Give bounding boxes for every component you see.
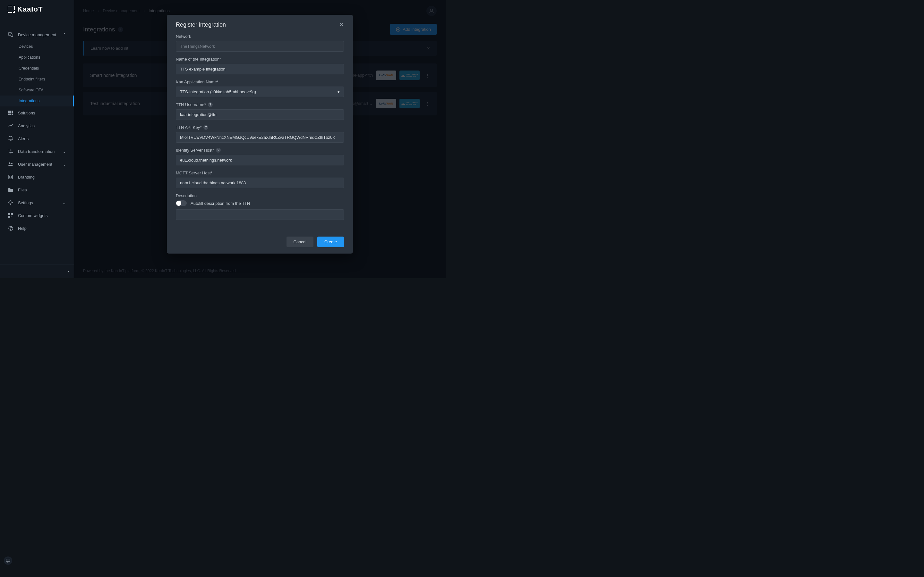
sidebar-item-devices[interactable]: Devices xyxy=(0,41,74,52)
sidebar-item-settings[interactable]: Settings ⌄ xyxy=(0,196,74,209)
sidebar-item-custom-widgets[interactable]: Custom widgets xyxy=(0,209,74,222)
label: Branding xyxy=(18,175,35,179)
label: Help xyxy=(18,226,27,231)
sidebar: KaaIoT Device management ⌃ Devices Appli… xyxy=(0,0,74,278)
users-icon xyxy=(8,161,13,167)
sidebar-item-data-transformation[interactable]: Data transformation ⌄ xyxy=(0,145,74,158)
label: Device management xyxy=(18,32,56,37)
svg-rect-5 xyxy=(8,112,10,113)
label: Solutions xyxy=(18,111,35,115)
label: Custom widgets xyxy=(18,213,47,218)
svg-point-11 xyxy=(9,163,11,164)
field-label-ttn-api-key: TTN API Key* ? xyxy=(176,125,344,130)
sidebar-item-software-ota[interactable]: Software OTA xyxy=(0,85,74,95)
gear-icon xyxy=(8,200,13,205)
sidebar-item-alerts[interactable]: Alerts xyxy=(0,132,74,145)
sidebar-item-credentials[interactable]: Credentials xyxy=(0,63,74,74)
chevron-down-icon: ⌄ xyxy=(63,162,66,167)
svg-rect-14 xyxy=(10,176,11,178)
svg-rect-17 xyxy=(11,213,13,215)
sidebar-item-solutions[interactable]: Solutions xyxy=(0,106,74,119)
svg-rect-20 xyxy=(12,216,12,217)
transform-icon xyxy=(8,148,13,154)
label: Files xyxy=(18,187,27,192)
field-label-ttn-username: TTN Username* ? xyxy=(176,102,344,107)
modal-header: Register integration ✕ xyxy=(167,15,353,33)
label: User management xyxy=(18,162,52,167)
svg-rect-10 xyxy=(11,114,13,115)
ttn-api-key-input[interactable] xyxy=(176,132,344,143)
svg-rect-9 xyxy=(10,114,11,115)
folder-icon xyxy=(8,187,13,193)
label: Analytics xyxy=(18,123,35,128)
svg-point-12 xyxy=(11,163,13,164)
branding-icon xyxy=(8,174,13,180)
sidebar-item-branding[interactable]: Branding xyxy=(0,171,74,183)
autofill-toggle[interactable] xyxy=(176,200,187,206)
sidebar-collapse-button[interactable]: ‹ xyxy=(0,264,74,278)
svg-rect-6 xyxy=(10,112,11,113)
description-input[interactable] xyxy=(176,210,344,220)
help-icon[interactable]: ? xyxy=(208,102,213,107)
field-label-name: Name of the Integration* xyxy=(176,57,344,61)
chevron-up-icon: ⌃ xyxy=(63,32,66,37)
sidebar-item-integrations[interactable]: Integrations xyxy=(0,95,74,106)
autofill-label: Autofill description from the TTN xyxy=(191,201,250,206)
chevron-down-icon: ⌄ xyxy=(63,149,66,154)
svg-rect-16 xyxy=(8,213,10,215)
chevron-down-icon: ⌄ xyxy=(63,200,66,205)
main: Home › Device management › Integrations … xyxy=(74,0,446,278)
mqtt-host-input[interactable] xyxy=(176,177,344,188)
grid-icon xyxy=(8,110,13,116)
label: Settings xyxy=(18,200,33,205)
help-icon[interactable]: ? xyxy=(216,148,221,153)
logo-mark-icon xyxy=(8,6,15,13)
label: Alerts xyxy=(18,136,29,141)
svg-point-15 xyxy=(10,202,11,203)
widgets-icon xyxy=(8,213,13,218)
sidebar-item-user-management[interactable]: User management ⌄ xyxy=(0,158,74,171)
modal-title: Register integration xyxy=(176,21,226,28)
cancel-button[interactable]: Cancel xyxy=(286,237,313,247)
identity-host-input[interactable] xyxy=(176,155,344,165)
svg-rect-8 xyxy=(8,114,10,115)
chevron-left-icon: ‹ xyxy=(68,269,69,274)
ttn-username-input[interactable] xyxy=(176,109,344,120)
svg-rect-2 xyxy=(8,111,10,112)
sidebar-item-endpoint-filters[interactable]: Endpoint filters xyxy=(0,74,74,85)
field-label-identity-host: Identity Server Host* ? xyxy=(176,148,344,153)
svg-rect-4 xyxy=(11,111,13,112)
logo[interactable]: KaaIoT xyxy=(0,0,74,19)
create-button[interactable]: Create xyxy=(317,237,344,247)
help-icon xyxy=(8,226,13,231)
devices-icon xyxy=(8,32,13,37)
select-value: TTS-Integration (c9kkqitah5mhhoeovr9g) xyxy=(180,89,256,94)
sidebar-item-analytics[interactable]: Analytics xyxy=(0,119,74,132)
svg-rect-18 xyxy=(8,216,10,218)
sidebar-item-files[interactable]: Files xyxy=(0,183,74,196)
chevron-down-icon: ▾ xyxy=(338,89,340,94)
sidebar-item-device-management[interactable]: Device management ⌃ xyxy=(0,28,74,41)
svg-rect-13 xyxy=(9,175,13,179)
network-input xyxy=(176,41,344,52)
analytics-icon xyxy=(8,123,13,129)
field-label-network: Network xyxy=(176,34,344,39)
field-label-kaa-app: Kaa Application Name* xyxy=(176,79,344,84)
svg-rect-1 xyxy=(11,34,13,37)
field-label-mqtt-host: MQTT Server Host* xyxy=(176,171,344,175)
close-icon[interactable]: ✕ xyxy=(339,21,344,28)
svg-rect-3 xyxy=(10,111,11,112)
logo-text: KaaIoT xyxy=(17,5,43,13)
svg-rect-7 xyxy=(11,112,13,113)
sidebar-item-help[interactable]: Help xyxy=(0,222,74,235)
modal-overlay[interactable]: Register integration ✕ Network Name of t… xyxy=(74,0,446,278)
integration-name-input[interactable] xyxy=(176,64,344,74)
nav: Device management ⌃ Devices Applications… xyxy=(0,19,74,264)
register-integration-modal: Register integration ✕ Network Name of t… xyxy=(167,15,353,253)
bell-icon xyxy=(8,135,13,141)
label: Data transformation xyxy=(18,149,55,154)
sidebar-item-applications[interactable]: Applications xyxy=(0,52,74,63)
kaa-application-select[interactable]: TTS-Integration (c9kkqitah5mhhoeovr9g) ▾ xyxy=(176,87,344,97)
modal-footer: Cancel Create xyxy=(167,231,353,253)
help-icon[interactable]: ? xyxy=(204,125,208,130)
